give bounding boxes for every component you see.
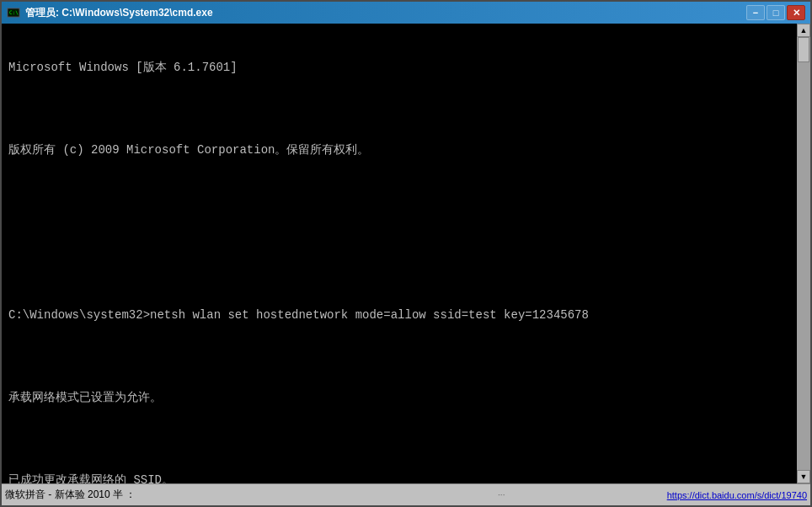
console-line-6: 已成功更改承载网络的 SSID。 <box>8 472 793 483</box>
title-bar: C:\ 管理员: C:\Windows\System32\cmd.exe − □… <box>2 2 810 24</box>
ime-status: 微软拼音 - 新体验 2010 半 ： <box>5 488 336 502</box>
window-title: 管理员: C:\Windows\System32\cmd.exe <box>25 6 746 20</box>
console-line-5: 承载网络模式已设置为允许。 <box>8 390 793 407</box>
svg-text:C:\: C:\ <box>9 9 19 15</box>
scroll-down-button[interactable]: ▼ <box>797 470 810 483</box>
scroll-thumb[interactable] <box>798 37 809 62</box>
horizontal-scroll-indicator: ··· <box>336 488 667 501</box>
close-button[interactable]: ✕ <box>787 5 805 20</box>
status-center-area: ··· <box>336 488 667 501</box>
main-window: C:\ 管理员: C:\Windows\System32\cmd.exe − □… <box>0 0 812 507</box>
scroll-track[interactable] <box>797 37 810 470</box>
console-line-3 <box>8 225 793 242</box>
minimize-button[interactable]: − <box>746 5 765 20</box>
window-icon: C:\ <box>7 6 20 19</box>
status-bar: 微软拼音 - 新体验 2010 半 ： ··· https://dict.bai… <box>2 483 810 505</box>
console-line-1: Microsoft Windows [版本 6.1.7601] <box>8 60 793 77</box>
restore-button[interactable]: □ <box>767 5 785 20</box>
console-output[interactable]: Microsoft Windows [版本 6.1.7601] 版权所有 (c)… <box>2 24 797 483</box>
scroll-up-button[interactable]: ▲ <box>797 24 810 37</box>
vertical-scrollbar[interactable]: ▲ ▼ <box>797 24 810 483</box>
console-wrapper: Microsoft Windows [版本 6.1.7601] 版权所有 (c)… <box>2 24 810 483</box>
url-link[interactable]: https://dict.baidu.com/s/dict/19740 <box>667 490 807 500</box>
console-line-4: C:\Windows\system32>netsh wlan set hoste… <box>8 307 793 324</box>
console-line-2: 版权所有 (c) 2009 Microsoft Corporation。保留所有… <box>8 142 793 159</box>
window-controls: − □ ✕ <box>746 5 805 20</box>
